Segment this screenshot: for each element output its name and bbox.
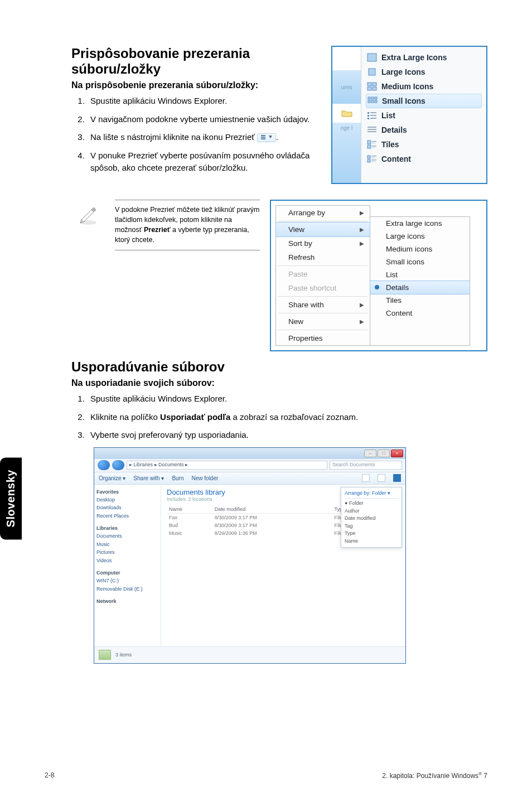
cell: Fax: [167, 513, 212, 521]
toolbar-share-with[interactable]: Share with ▾: [133, 475, 164, 481]
sidebar-item[interactable]: Videos: [96, 558, 112, 563]
view-option-list[interactable]: List: [366, 108, 482, 123]
note-bold: Prezrieť: [144, 226, 171, 234]
sidebar-item[interactable]: Documents: [96, 533, 122, 539]
toolbar-new-folder[interactable]: New folder: [192, 475, 219, 481]
submenu-item[interactable]: Small icons: [370, 255, 470, 268]
arrange-by-dropdown[interactable]: Arrange by: Folder ▾ ● Folder Author Dat…: [341, 487, 402, 548]
menu-item-share-with[interactable]: Share with▶: [276, 298, 370, 312]
small-icons-icon: [367, 96, 378, 105]
list-item: Kliknite na políčko Usporiadať podľa a z…: [87, 411, 487, 424]
arrange-option[interactable]: Date modified: [345, 515, 398, 523]
forward-button[interactable]: [112, 460, 124, 470]
view-option-label: Extra Large Icons: [381, 53, 447, 62]
view-option-large[interactable]: Large Icons: [366, 65, 482, 79]
view-icon[interactable]: [362, 474, 370, 482]
explorer-main: Documents library Includes: 2 locations …: [161, 485, 405, 646]
help-icon[interactable]: [393, 474, 401, 482]
sidebar-group-favorites[interactable]: Favorites: [96, 489, 119, 495]
sidebar-item[interactable]: Removable Disk (E:): [96, 586, 143, 592]
gutter-label: ures: [332, 70, 361, 104]
view-option-extra-large[interactable]: Extra Large Icons: [366, 50, 482, 65]
toolbar-burn[interactable]: Burn: [172, 475, 183, 481]
col-date[interactable]: Date modified: [212, 505, 332, 514]
sidebar-item[interactable]: Pictures: [96, 549, 115, 555]
menu-item-refresh[interactable]: Refresh: [276, 250, 370, 264]
view-option-label: Large Icons: [381, 67, 425, 76]
menu-item-arrange-by[interactable]: Arrange by▶: [276, 206, 370, 220]
col-name[interactable]: Name: [167, 505, 212, 514]
svg-rect-0: [261, 135, 265, 136]
preview-pane-icon[interactable]: [378, 474, 385, 482]
svg-rect-27: [367, 145, 371, 148]
svg-rect-12: [368, 100, 370, 103]
view-option-details[interactable]: Details: [366, 123, 482, 137]
view-option-small[interactable]: Small Icons: [366, 94, 482, 108]
svg-rect-10: [371, 97, 374, 99]
arrange-option[interactable]: Author: [345, 508, 398, 515]
submenu-item-details[interactable]: Details: [370, 281, 470, 294]
toolbar-organize[interactable]: Organize ▾: [99, 475, 125, 481]
minimize-button[interactable]: –: [364, 450, 376, 457]
view-option-tiles[interactable]: Tiles: [366, 137, 482, 152]
sidebar-item[interactable]: WIN7 (C:): [96, 578, 119, 583]
sidebar-item[interactable]: Downloads: [96, 505, 122, 510]
menu-item-label: Arrange by: [288, 209, 325, 217]
menu-item-properties[interactable]: Properties: [276, 331, 370, 345]
view-option-content[interactable]: Content: [366, 152, 482, 166]
extra-large-icons-icon: [367, 53, 377, 62]
section2-heading: Usporadúvanie súborov: [71, 359, 487, 375]
status-bar: 3 items: [94, 646, 405, 663]
arrange-option[interactable]: Type: [345, 530, 398, 538]
svg-rect-8: [373, 87, 376, 90]
explorer-sidebar: Favorites Desktop Downloads Recent Place…: [94, 485, 161, 646]
page-footer: 2-8 2. kapitola: Používanie Windows® 7: [45, 771, 487, 780]
menu-item-sort-by[interactable]: Sort by▶: [276, 236, 370, 250]
folder-icon: [332, 104, 361, 123]
svg-rect-22: [367, 129, 376, 130]
arrange-option[interactable]: Tag: [345, 523, 398, 530]
view-submenu: Extra large icons Large icons Medium ico…: [370, 216, 470, 346]
submenu-arrow-icon: ▶: [360, 210, 364, 216]
svg-rect-32: [371, 157, 375, 158]
menu-item-label: Refresh: [288, 253, 315, 262]
list-item: V ponuke Prezrieť vyberte posúvaním posu…: [87, 149, 320, 175]
cell: 8/30/2009 3:17 PM: [212, 521, 332, 529]
sidebar-group-network[interactable]: Network: [96, 598, 117, 604]
view-size-panel: ures nge l Extra Large Icons Large Icons…: [331, 46, 487, 184]
submenu-item[interactable]: Tiles: [370, 294, 470, 307]
note-text: V podokne Prezrieť môžete tiež kliknúť p…: [115, 200, 260, 250]
menu-item-new[interactable]: New▶: [276, 315, 370, 328]
menu-item-view[interactable]: View▶: [275, 222, 370, 237]
view-option-label: Content: [381, 154, 411, 163]
sidebar-item[interactable]: Desktop: [96, 497, 115, 503]
sidebar-item[interactable]: Recent Places: [96, 513, 129, 519]
tiles-icon: [367, 140, 377, 149]
view-option-medium[interactable]: Medium Icons: [366, 79, 482, 94]
window-titlebar: – □ ×: [94, 448, 405, 459]
submenu-item[interactable]: List: [370, 268, 470, 281]
maximize-button[interactable]: □: [378, 450, 390, 457]
svg-rect-5: [367, 83, 371, 86]
view-option-label: Details: [381, 125, 407, 134]
gutter-label: nge l: [332, 123, 361, 183]
sidebar-group-computer[interactable]: Computer: [96, 570, 120, 576]
search-input[interactable]: Search Documents: [330, 461, 402, 470]
breadcrumb[interactable]: ▸ Libraries ▸ Documents ▸: [127, 461, 327, 470]
submenu-item[interactable]: Medium icons: [370, 243, 470, 255]
submenu-arrow-icon: ▶: [360, 240, 364, 247]
sidebar-item[interactable]: Music: [96, 542, 110, 547]
svg-rect-30: [367, 156, 370, 158]
menu-item-label: Paste shortcut: [288, 284, 336, 292]
submenu-item[interactable]: Content: [370, 307, 470, 320]
sidebar-group-libraries[interactable]: Libraries: [96, 525, 118, 531]
cell: Music: [167, 529, 212, 537]
close-button[interactable]: ×: [391, 450, 403, 457]
submenu-item[interactable]: Large icons: [370, 230, 470, 243]
arrange-option[interactable]: Name: [345, 538, 398, 545]
arrange-option[interactable]: ● Folder: [345, 500, 398, 508]
submenu-item[interactable]: Extra large icons: [370, 217, 470, 230]
back-button[interactable]: [98, 460, 110, 470]
section1-steps: Spustite aplikáciu Windows Explorer. V n…: [71, 95, 320, 175]
step2-post: a zobrazí sa rozbaľovací zoznam.: [230, 412, 358, 422]
